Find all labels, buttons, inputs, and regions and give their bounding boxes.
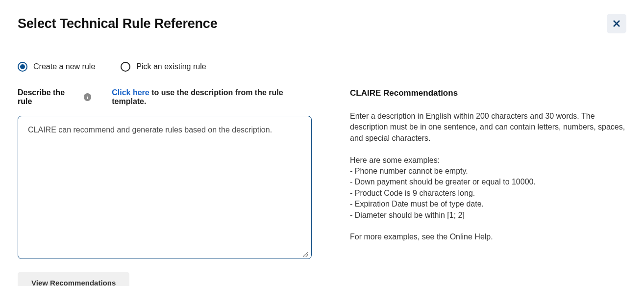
recommendations-heading: CLAIRE Recommendations: [350, 88, 626, 98]
recommendations-body: Enter a description in English within 20…: [350, 111, 626, 243]
left-column: Describe the rule i Click here to use th…: [18, 88, 312, 286]
radio-icon: [18, 62, 27, 72]
page-title: Select Technical Rule Reference: [18, 16, 217, 31]
right-column: CLAIRE Recommendations Enter a descripti…: [350, 88, 626, 286]
content-columns: Describe the rule i Click here to use th…: [18, 88, 626, 286]
describe-label-row: Describe the rule i Click here to use th…: [18, 88, 312, 106]
rule-description-input[interactable]: [18, 116, 312, 259]
close-icon: [613, 20, 620, 27]
view-recommendations-button[interactable]: View Recommendations: [18, 272, 129, 286]
info-icon[interactable]: i: [84, 93, 91, 101]
textarea-wrapper: [18, 116, 312, 261]
radio-create-new-rule[interactable]: Create a new rule: [18, 62, 95, 72]
use-template-link[interactable]: Click here: [112, 88, 149, 97]
radio-label: Pick an existing rule: [136, 62, 206, 71]
close-button[interactable]: [607, 14, 626, 33]
rule-mode-radio-group: Create a new rule Pick an existing rule: [18, 62, 626, 72]
radio-pick-existing-rule[interactable]: Pick an existing rule: [121, 62, 206, 72]
describe-rule-label: Describe the rule: [18, 88, 79, 106]
radio-icon: [121, 62, 130, 72]
template-hint: Click here to use the description from t…: [112, 88, 312, 106]
radio-label: Create a new rule: [33, 62, 95, 71]
dialog-header: Select Technical Rule Reference: [18, 14, 626, 33]
